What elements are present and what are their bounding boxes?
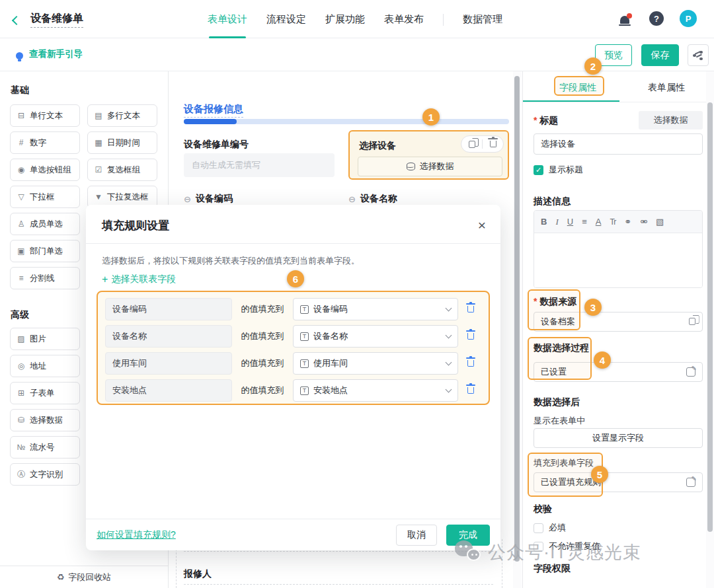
share-button[interactable] bbox=[688, 44, 709, 66]
field-type-address[interactable]: ◎地址 bbox=[10, 355, 80, 377]
field-type-member-select[interactable]: ♙成员单选 bbox=[10, 213, 80, 235]
font-color-icon[interactable]: A bbox=[596, 217, 602, 227]
recycle-label: 字段回收站 bbox=[68, 571, 111, 583]
tab-process-settings[interactable]: 流程设定 bbox=[266, 13, 306, 26]
switch-form-icon[interactable] bbox=[689, 317, 695, 327]
field-type-department-select[interactable]: ▣部门单选 bbox=[10, 240, 80, 262]
field-type-single-line-text[interactable]: ⊟单行文本 bbox=[10, 104, 80, 127]
datetime-icon: ▦ bbox=[94, 138, 103, 147]
title-value-input[interactable]: 选择设备 bbox=[534, 133, 703, 155]
annotation-badge-6: 6 bbox=[287, 270, 304, 287]
no-duplicate-checkbox-row[interactable]: 不允许重复值 bbox=[534, 540, 600, 552]
field-type-number[interactable]: #数字 bbox=[10, 131, 80, 154]
tab-extensions[interactable]: 扩展功能 bbox=[325, 13, 365, 26]
target-field-select[interactable]: T 设备名称 bbox=[293, 325, 458, 348]
department-select-icon: ▣ bbox=[17, 246, 26, 256]
target-field-select[interactable]: T 安装地点 bbox=[293, 379, 458, 402]
delete-rule-button[interactable] bbox=[467, 306, 474, 312]
field-type-dropdown[interactable]: ▽下拉框 bbox=[10, 186, 80, 208]
set-display-fields-button[interactable]: 设置显示字段 bbox=[534, 428, 703, 448]
properties-panel: 字段属性 表单属性 标题 选择数据 选择设备 ✓ 显示标题 描述信息 B I U… bbox=[522, 71, 714, 588]
delete-widget-button[interactable] bbox=[483, 136, 503, 152]
copy-widget-button[interactable] bbox=[461, 136, 482, 152]
add-related-field-link[interactable]: + 选择关联表字段 bbox=[102, 274, 176, 285]
field-type-select-data[interactable]: ⛁选择数据 bbox=[10, 409, 80, 431]
description-editor[interactable]: B I U ≡ A Tr ⚭ ⚮ ▧ bbox=[534, 210, 703, 288]
select-device-widget[interactable]: 选择设备 选择数据 bbox=[348, 130, 509, 180]
beginner-guide-link[interactable]: 查看新手引导 bbox=[29, 48, 83, 60]
field-type-checkbox-group[interactable]: ☑复选框组 bbox=[87, 159, 157, 181]
underline-icon[interactable]: U bbox=[567, 217, 573, 227]
confirm-button[interactable]: 完成 bbox=[446, 525, 490, 546]
bold-icon[interactable]: B bbox=[541, 217, 547, 227]
fill-rules-input[interactable]: 已设置填充规则 bbox=[534, 472, 703, 492]
order-number-field-label[interactable]: 设备维修单编号 bbox=[184, 139, 249, 151]
canvas-scrollbar-track[interactable] bbox=[513, 71, 522, 588]
section-heading-advanced: 高级 bbox=[11, 309, 29, 321]
source-field-input: 安装地点 bbox=[105, 379, 232, 402]
tab-data-management[interactable]: 数据管理 bbox=[463, 13, 502, 26]
field-type-subform[interactable]: ⊞子表单 bbox=[10, 382, 80, 404]
text-field-type-icon: T bbox=[300, 359, 309, 368]
select-data-icon: ⛁ bbox=[17, 416, 26, 425]
multi-line-text-icon: ▤ bbox=[94, 111, 103, 120]
trash-icon bbox=[490, 141, 496, 147]
edit-icon[interactable] bbox=[686, 367, 695, 377]
insert-image-icon[interactable]: ▧ bbox=[656, 217, 664, 227]
field-type-serial-number[interactable]: №流水号 bbox=[10, 436, 80, 459]
field-type-datetime[interactable]: ▦日期时间 bbox=[87, 131, 157, 154]
trash-icon bbox=[467, 333, 474, 340]
editor-body[interactable] bbox=[534, 233, 702, 288]
linked-field-device-name[interactable]: ⊖ 设备名称 bbox=[348, 193, 397, 205]
field-type-divider[interactable]: ≡分割线 bbox=[10, 267, 80, 289]
panel-scrollbar-thumb[interactable] bbox=[707, 102, 713, 532]
close-icon[interactable]: × bbox=[478, 218, 486, 232]
form-title[interactable]: 设备维修单 bbox=[30, 12, 83, 28]
notification-button[interactable] bbox=[620, 15, 629, 26]
canvas-section-title[interactable]: 设备报修信息 bbox=[184, 103, 243, 118]
how-to-set-rules-link[interactable]: 如何设置填充规则? bbox=[97, 529, 176, 541]
tab-field-properties[interactable]: 字段属性 bbox=[559, 82, 596, 94]
field-type-multi-line-text[interactable]: ▤多行文本 bbox=[87, 104, 157, 127]
required-checkbox-row[interactable]: 必填 bbox=[534, 522, 566, 534]
canvas-scrollbar-thumb[interactable] bbox=[514, 76, 520, 562]
selection-process-input[interactable]: 已设置 bbox=[534, 362, 703, 382]
italic-icon[interactable]: I bbox=[555, 217, 558, 227]
back-button[interactable] bbox=[13, 15, 20, 26]
text-field-type-icon: T bbox=[300, 332, 309, 341]
show-title-checkbox-row[interactable]: ✓ 显示标题 bbox=[534, 164, 583, 176]
field-type-ocr[interactable]: Ⓐ文字识别 bbox=[10, 463, 80, 486]
data-source-input[interactable]: 设备档案 bbox=[534, 312, 703, 332]
order-number-input[interactable]: 自动生成无需填写 bbox=[184, 153, 335, 177]
delete-rule-button[interactable] bbox=[467, 360, 474, 367]
cancel-button[interactable]: 取消 bbox=[396, 525, 437, 546]
main-tabs: 表单设计 流程设定 扩展功能 表单发布 数据管理 bbox=[208, 13, 502, 26]
reporter-field-label[interactable]: 报修人 bbox=[184, 568, 212, 580]
panel-scrollbar-track[interactable] bbox=[706, 71, 714, 588]
tab-form-design[interactable]: 表单设计 bbox=[208, 13, 247, 26]
field-recycle-bin[interactable]: ♻字段回收站 bbox=[0, 566, 168, 588]
help-button[interactable]: ? bbox=[649, 11, 664, 26]
delete-rule-button[interactable] bbox=[467, 333, 474, 340]
font-size-icon[interactable]: Tr bbox=[610, 217, 615, 227]
delete-rule-button[interactable] bbox=[467, 387, 474, 394]
target-field-select[interactable]: T 设备编码 bbox=[293, 298, 458, 320]
add-related-field-label: 选择关联表字段 bbox=[111, 274, 176, 285]
tab-form-properties[interactable]: 表单属性 bbox=[648, 82, 685, 94]
field-type-image[interactable]: ▨图片 bbox=[10, 328, 80, 350]
save-button[interactable]: 保存 bbox=[641, 44, 679, 66]
select-data-button[interactable]: 选择数据 bbox=[358, 157, 502, 176]
target-field-select[interactable]: T 使用车间 bbox=[293, 352, 458, 375]
source-field-value: 设备名称 bbox=[112, 330, 147, 342]
tab-form-publish[interactable]: 表单发布 bbox=[384, 13, 424, 26]
edit-icon[interactable] bbox=[686, 478, 695, 487]
linked-field-device-code[interactable]: ⊖ 设备编码 bbox=[184, 193, 233, 205]
title-select-data-button[interactable]: 选择数据 bbox=[639, 111, 703, 129]
align-icon[interactable]: ≡ bbox=[582, 217, 587, 227]
avatar[interactable]: P bbox=[680, 10, 697, 27]
field-type-radio-group[interactable]: ◉单选按钮组 bbox=[10, 159, 80, 181]
title-label: 标题 bbox=[534, 115, 558, 127]
fill-rule-row: 安装地点 的值填充到 T 安装地点 bbox=[105, 379, 481, 402]
link-icon[interactable]: ⚭ bbox=[624, 217, 631, 227]
unlink-icon[interactable]: ⚮ bbox=[640, 217, 647, 227]
